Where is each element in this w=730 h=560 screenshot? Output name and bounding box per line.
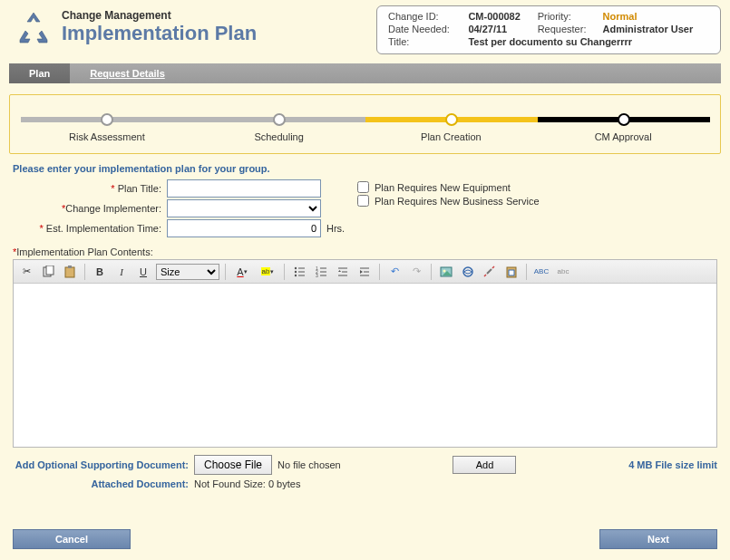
editor-toolbar: ✂ B I U Size A▾ ab▾ 123 <box>14 260 716 284</box>
requires-service-label: Plan Requires New Business Service <box>375 196 540 207</box>
module-title: Change Management <box>62 9 257 22</box>
svg-point-13 <box>295 270 297 272</box>
copy-icon[interactable] <box>39 263 57 281</box>
svg-point-3 <box>102 114 112 125</box>
plan-title-input[interactable] <box>167 179 321 198</box>
contents-label: Implementation Plan Contents: <box>16 246 152 257</box>
change-id-value: CM-000082 <box>464 10 533 23</box>
choose-file-button[interactable]: Choose File <box>194 455 272 475</box>
redo-button[interactable]: ↷ <box>407 263 425 281</box>
svg-rect-8 <box>46 266 54 275</box>
svg-point-15 <box>295 274 297 275</box>
plan-title-label: Plan Title: <box>118 183 161 194</box>
progress-tracker: Risk Assessment Scheduling Plan Creation… <box>9 94 721 154</box>
requires-equipment-checkbox[interactable] <box>357 181 369 193</box>
instruction-text: Please enter your implementation plan fo… <box>13 163 717 174</box>
step-cm-approval: CM Approval <box>537 131 709 142</box>
outdent-button[interactable] <box>334 263 352 281</box>
attached-document-label: Attached Document: <box>13 478 194 489</box>
svg-point-32 <box>443 269 446 272</box>
priority-label: Priority: <box>534 10 599 23</box>
unlink-button[interactable] <box>481 263 499 281</box>
requires-service-checkbox[interactable] <box>357 195 369 207</box>
svg-point-5 <box>446 114 457 125</box>
est-time-label: Est. Implementation Time: <box>46 223 161 234</box>
page-title: Implementation Plan <box>62 22 257 45</box>
undo-button[interactable]: ↶ <box>385 263 404 281</box>
paste-icon[interactable] <box>61 263 79 281</box>
step-plan-creation: Plan Creation <box>365 131 538 142</box>
bold-button[interactable]: B <box>91 263 109 281</box>
priority-value: Normal <box>599 10 713 23</box>
text-color-button[interactable]: A▾ <box>231 263 253 281</box>
spellcheck-button[interactable]: ABC <box>532 263 550 281</box>
svg-rect-9 <box>65 267 74 277</box>
svg-point-6 <box>618 114 629 125</box>
cancel-button[interactable]: Cancel <box>13 529 131 549</box>
link-button[interactable] <box>459 263 477 281</box>
indent-button[interactable] <box>355 263 374 281</box>
date-needed-value: 04/27/11 <box>464 23 533 35</box>
file-size-limit: 4 MB File size limit <box>628 459 717 470</box>
svg-rect-36 <box>509 270 514 275</box>
change-info-box: Change ID: CM-000082 Priority: Normal Da… <box>376 5 721 54</box>
svg-marker-24 <box>338 270 341 272</box>
title-value: Test per documento su Changerrrr <box>464 35 713 48</box>
spellcheck-toggle-button[interactable]: abc <box>554 263 572 281</box>
highlight-color-button[interactable]: ab▾ <box>257 263 278 281</box>
rich-text-editor: ✂ B I U Size A▾ ab▾ 123 <box>13 259 717 448</box>
cut-icon[interactable]: ✂ <box>17 263 35 281</box>
hours-label: Hrs. <box>326 223 345 234</box>
tab-plan[interactable]: Plan <box>9 63 70 83</box>
font-size-select[interactable]: Size <box>156 264 219 280</box>
svg-point-11 <box>295 266 297 268</box>
add-button[interactable]: Add <box>453 456 516 474</box>
file-chosen-status: No file chosen <box>277 459 341 470</box>
svg-text:3: 3 <box>316 273 318 278</box>
step-scheduling: Scheduling <box>193 131 365 142</box>
requester-value: Administrator User <box>599 23 713 35</box>
paste-word-button[interactable] <box>502 263 521 281</box>
est-time-input[interactable] <box>167 219 321 237</box>
requires-equipment-label: Plan Requires New Equipment <box>375 182 511 193</box>
step-risk-assessment: Risk Assessment <box>21 131 193 142</box>
next-button[interactable]: Next <box>599 529 717 549</box>
italic-button[interactable]: I <box>112 263 131 281</box>
logo <box>13 9 54 53</box>
unordered-list-button[interactable] <box>290 263 308 281</box>
date-needed-label: Date Needed: <box>384 23 464 35</box>
image-button[interactable] <box>437 263 455 281</box>
tab-bar: Plan Request Details <box>9 63 721 83</box>
attached-document-status: Not Found Size: 0 bytes <box>194 478 300 489</box>
change-implementer-label: Change Implementer: <box>65 203 161 214</box>
tab-request-details[interactable]: Request Details <box>70 63 185 83</box>
ordered-list-button[interactable]: 123 <box>312 263 330 281</box>
change-id-label: Change ID: <box>384 10 464 23</box>
requester-label: Requester: <box>534 23 599 35</box>
svg-rect-10 <box>68 266 72 268</box>
editor-body[interactable] <box>14 284 716 447</box>
add-document-label: Add Optional Supporting Document: <box>13 459 194 470</box>
title-label: Title: <box>384 35 464 48</box>
svg-point-4 <box>274 114 285 125</box>
change-implementer-select[interactable] <box>167 199 321 217</box>
underline-button[interactable]: U <box>134 263 152 281</box>
svg-marker-28 <box>360 270 363 274</box>
